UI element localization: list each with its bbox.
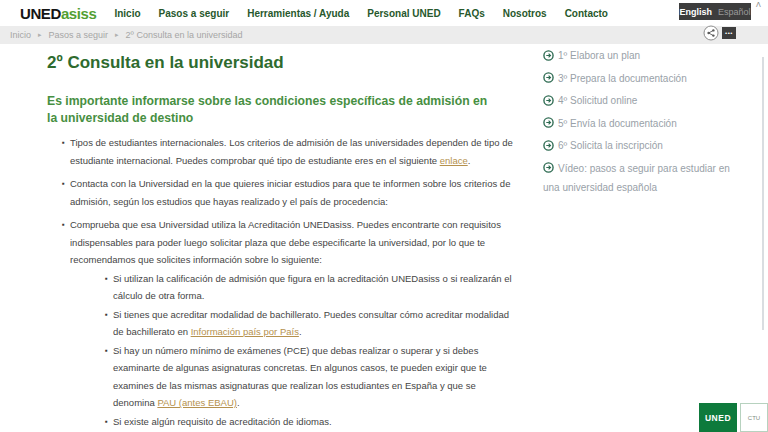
- sidebar-item-5-envia-la-documentacion[interactable]: 5º Envía la documentación: [543, 114, 748, 133]
- body-text: .: [468, 155, 471, 166]
- nested-bullet-list: Si utilizan la calificación de admisión …: [90, 270, 519, 431]
- breadcrumb-separator-icon: ▸: [38, 31, 42, 39]
- sidebar-item-6-solicita-la-inscripcion[interactable]: 6º Solicita la inscripción: [543, 136, 748, 155]
- circle-arrow-right-icon: [543, 115, 554, 126]
- breadcrumb-item-2-consulta-en-la-universidad: 2º Consulta en la universidad: [126, 30, 243, 40]
- circle-arrow-right-icon: [543, 160, 554, 171]
- sidebar-item-4-solicitud-online[interactable]: 4º Solicitud online: [543, 91, 748, 110]
- bullet-item: Si utilizan la calificación de admisión …: [90, 270, 519, 305]
- sidebar-steps-nav: 1º Elabora un plan3º Prepara la document…: [543, 46, 748, 200]
- body-text: Si tienes que acreditar modalidad de bac…: [113, 309, 509, 338]
- unedasiss-logo[interactable]: UNEDasiss: [20, 5, 96, 22]
- share-nodes-icon[interactable]: [703, 25, 719, 41]
- body-text: Si existe algún requisito de acreditació…: [113, 416, 332, 427]
- page-subtitle: Es importante informarse sobre las condi…: [47, 93, 499, 126]
- bullet-item: Si hay un número mínimo de exámenes (PCE…: [90, 342, 519, 412]
- bullet-item: Si existe algún requisito de acreditació…: [90, 413, 519, 431]
- top-nav-bar: UNEDasiss InicioPasos a seguirHerramient…: [0, 0, 768, 26]
- bullet-item: Comprueba que esa Universidad utiliza la…: [47, 216, 519, 430]
- bullet-list: Tipos de estudiantes internacionales. Lo…: [47, 134, 519, 432]
- language-spanish-button[interactable]: Español: [718, 7, 751, 17]
- breadcrumb: Inicio▸Pasos a seguir▸2º Consulta en la …: [0, 26, 768, 44]
- sidebar-item-1-elabora-un-plan[interactable]: 1º Elabora un plan: [543, 46, 748, 65]
- sidebar-item-3-prepara-la-documentacion[interactable]: 3º Prepara la documentación: [543, 69, 748, 88]
- bullet-item: Tipos de estudiantes internacionales. Lo…: [47, 134, 519, 169]
- logo-uned-text: UNED: [20, 5, 61, 22]
- nav-link-nosotros[interactable]: Nosotros: [503, 8, 547, 19]
- breadcrumb-item-inicio[interactable]: Inicio: [10, 30, 31, 40]
- chevron-up-icon[interactable]: ᐱ: [756, 1, 761, 9]
- body-text: .: [237, 397, 240, 408]
- uned-badge-logo[interactable]: UNED: [699, 403, 737, 432]
- circle-arrow-right-icon: [543, 70, 554, 81]
- inline-link-informacion-pais-por-pais[interactable]: Información país por País: [191, 326, 299, 337]
- bullet-item: Si tienes que acreditar modalidad de bac…: [90, 306, 519, 341]
- nav-link-personal-uned[interactable]: Personal UNED: [367, 8, 440, 19]
- nav-link-inicio[interactable]: Inicio: [114, 8, 140, 19]
- ctu-badge-logo[interactable]: CTU: [740, 403, 768, 432]
- sidebar-item-label: 6º Solicita la inscripción: [558, 140, 663, 151]
- circle-arrow-right-icon: [543, 138, 554, 149]
- circle-arrow-right-icon: [543, 93, 554, 104]
- sidebar-item-label: 1º Elabora un plan: [558, 50, 640, 61]
- body-text: Contacta con la Universidad en la que qu…: [70, 178, 510, 207]
- circle-arrow-right-icon: [543, 48, 554, 59]
- sidebar-item-label: 5º Envía la documentación: [558, 118, 677, 129]
- page-title: 2º Consulta en la universidad: [47, 53, 533, 73]
- ellipsis-icon[interactable]: •••: [722, 27, 736, 39]
- scrollbar-thumb[interactable]: [762, 57, 764, 330]
- nav-link-herramientas-ayuda[interactable]: Herramientas / Ayuda: [247, 8, 349, 19]
- sidebar-item-label: 3º Prepara la documentación: [558, 73, 687, 84]
- bullet-item: Contacta con la Universidad en la que qu…: [47, 175, 519, 210]
- language-english-button[interactable]: English: [679, 7, 712, 17]
- nav-link-pasos-a-seguir[interactable]: Pasos a seguir: [159, 8, 230, 19]
- breadcrumb-item-pasos-a-seguir[interactable]: Pasos a seguir: [49, 30, 109, 40]
- inline-link-enlace[interactable]: enlace: [440, 155, 468, 166]
- body-text: Comprueba que esa Universidad utiliza la…: [70, 219, 501, 265]
- content-bullet-list: Tipos de estudiantes internacionales. Lo…: [47, 134, 519, 432]
- body-text: Si utilizan la calificación de admisión …: [113, 273, 512, 302]
- language-switcher: English Español: [679, 3, 751, 20]
- inline-link-pau-antes-ebau[interactable]: PAU (antes EBAU): [157, 397, 237, 408]
- share-toolbar: •••: [703, 25, 736, 41]
- article: 2º Consulta en la universidad Es importa…: [47, 47, 533, 432]
- sidebar-item-video-pasos-a-seguir-para-estudiar-en-un[interactable]: Vídeo: pasos a seguir para estudiar en u…: [543, 159, 748, 197]
- nav-link-contacto[interactable]: Contacto: [565, 8, 608, 19]
- logo-asiss-text: asiss: [61, 5, 97, 22]
- page: UNEDasiss InicioPasos a seguirHerramient…: [0, 0, 768, 432]
- main-nav: InicioPasos a seguirHerramientas / Ayuda…: [114, 8, 608, 19]
- sidebar-item-label: Vídeo: pasos a seguir para estudiar en u…: [543, 163, 730, 193]
- breadcrumb-separator-icon: ▸: [115, 31, 119, 39]
- body-text: .: [299, 326, 302, 337]
- nav-link-faqs[interactable]: FAQs: [459, 8, 485, 19]
- sidebar-item-label: 4º Solicitud online: [558, 95, 637, 106]
